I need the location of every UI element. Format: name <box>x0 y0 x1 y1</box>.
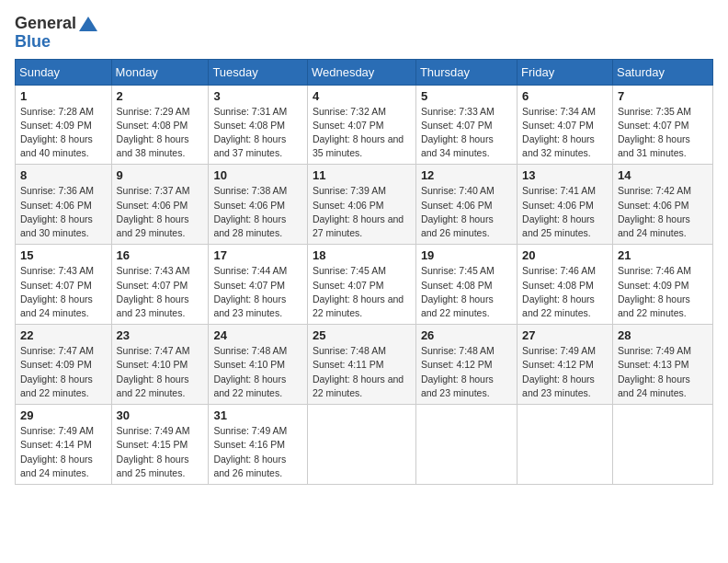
column-header-tuesday: Tuesday <box>209 59 308 85</box>
calendar-cell: 30Sunrise: 7:49 AMSunset: 4:15 PMDayligh… <box>111 405 209 485</box>
day-info: Sunrise: 7:49 AMSunset: 4:15 PMDaylight:… <box>117 424 204 480</box>
calendar-week-3: 15Sunrise: 7:43 AMSunset: 4:07 PMDayligh… <box>16 245 713 325</box>
day-number: 31 <box>213 408 302 422</box>
calendar-cell <box>415 405 517 485</box>
calendar-cell: 20Sunrise: 7:46 AMSunset: 4:08 PMDayligh… <box>518 245 613 325</box>
day-info: Sunrise: 7:42 AMSunset: 4:06 PMDaylight:… <box>618 184 708 240</box>
day-info: Sunrise: 7:31 AMSunset: 4:08 PMDaylight:… <box>213 105 302 161</box>
calendar-cell: 16Sunrise: 7:43 AMSunset: 4:07 PMDayligh… <box>111 245 209 325</box>
calendar-cell: 15Sunrise: 7:43 AMSunset: 4:07 PMDayligh… <box>16 245 112 325</box>
logo: General Blue <box>15 15 98 52</box>
day-info: Sunrise: 7:45 AMSunset: 4:07 PMDaylight:… <box>313 264 411 320</box>
day-info: Sunrise: 7:49 AMSunset: 4:16 PMDaylight:… <box>213 424 302 480</box>
calendar-cell: 27Sunrise: 7:49 AMSunset: 4:12 PMDayligh… <box>518 325 613 405</box>
day-number: 16 <box>117 248 204 262</box>
calendar-cell: 12Sunrise: 7:40 AMSunset: 4:06 PMDayligh… <box>415 165 517 245</box>
calendar-cell: 25Sunrise: 7:48 AMSunset: 4:11 PMDayligh… <box>307 325 415 405</box>
day-info: Sunrise: 7:47 AMSunset: 4:09 PMDaylight:… <box>20 344 107 400</box>
day-number: 19 <box>421 248 512 262</box>
day-info: Sunrise: 7:48 AMSunset: 4:10 PMDaylight:… <box>213 344 302 400</box>
day-info: Sunrise: 7:34 AMSunset: 4:07 PMDaylight:… <box>522 105 608 161</box>
day-info: Sunrise: 7:46 AMSunset: 4:09 PMDaylight:… <box>618 264 708 320</box>
calendar-cell: 14Sunrise: 7:42 AMSunset: 4:06 PMDayligh… <box>612 165 712 245</box>
calendar-cell: 4Sunrise: 7:32 AMSunset: 4:07 PMDaylight… <box>307 85 415 165</box>
column-header-friday: Friday <box>518 59 613 85</box>
day-info: Sunrise: 7:35 AMSunset: 4:07 PMDaylight:… <box>618 105 708 161</box>
logo-wrapper: General Blue <box>15 15 98 52</box>
day-info: Sunrise: 7:44 AMSunset: 4:07 PMDaylight:… <box>213 264 302 320</box>
calendar-cell: 3Sunrise: 7:31 AMSunset: 4:08 PMDaylight… <box>209 85 308 165</box>
logo-triangle-icon <box>78 16 98 32</box>
day-info: Sunrise: 7:43 AMSunset: 4:07 PMDaylight:… <box>117 264 204 320</box>
day-info: Sunrise: 7:32 AMSunset: 4:07 PMDaylight:… <box>313 105 411 161</box>
day-number: 13 <box>522 168 608 182</box>
day-info: Sunrise: 7:28 AMSunset: 4:09 PMDaylight:… <box>20 105 107 161</box>
calendar-cell: 8Sunrise: 7:36 AMSunset: 4:06 PMDaylight… <box>16 165 112 245</box>
logo-general: General <box>15 15 76 33</box>
day-number: 15 <box>20 248 107 262</box>
calendar-cell: 17Sunrise: 7:44 AMSunset: 4:07 PMDayligh… <box>209 245 308 325</box>
day-number: 1 <box>20 89 107 103</box>
calendar-cell: 5Sunrise: 7:33 AMSunset: 4:07 PMDaylight… <box>415 85 517 165</box>
day-number: 8 <box>20 168 107 182</box>
column-header-sunday: Sunday <box>16 59 112 85</box>
day-number: 21 <box>618 248 708 262</box>
column-header-wednesday: Wednesday <box>307 59 415 85</box>
day-info: Sunrise: 7:36 AMSunset: 4:06 PMDaylight:… <box>20 184 107 240</box>
day-info: Sunrise: 7:49 AMSunset: 4:13 PMDaylight:… <box>618 344 708 400</box>
calendar-table: SundayMondayTuesdayWednesdayThursdayFrid… <box>15 59 713 485</box>
day-number: 5 <box>421 89 512 103</box>
day-number: 29 <box>20 408 107 422</box>
column-header-saturday: Saturday <box>612 59 712 85</box>
day-info: Sunrise: 7:41 AMSunset: 4:06 PMDaylight:… <box>522 184 608 240</box>
day-number: 3 <box>213 89 302 103</box>
day-number: 9 <box>117 168 204 182</box>
logo-blue: Blue <box>15 33 98 52</box>
calendar-week-5: 29Sunrise: 7:49 AMSunset: 4:14 PMDayligh… <box>16 405 713 485</box>
calendar-cell <box>612 405 712 485</box>
calendar-cell: 6Sunrise: 7:34 AMSunset: 4:07 PMDaylight… <box>518 85 613 165</box>
day-info: Sunrise: 7:45 AMSunset: 4:08 PMDaylight:… <box>421 264 512 320</box>
day-number: 25 <box>313 328 411 342</box>
calendar-header-row: SundayMondayTuesdayWednesdayThursdayFrid… <box>16 59 713 85</box>
calendar-cell: 31Sunrise: 7:49 AMSunset: 4:16 PMDayligh… <box>209 405 308 485</box>
calendar-cell: 2Sunrise: 7:29 AMSunset: 4:08 PMDaylight… <box>111 85 209 165</box>
day-info: Sunrise: 7:49 AMSunset: 4:12 PMDaylight:… <box>522 344 608 400</box>
day-info: Sunrise: 7:39 AMSunset: 4:06 PMDaylight:… <box>313 184 411 240</box>
day-number: 14 <box>618 168 708 182</box>
calendar-cell: 22Sunrise: 7:47 AMSunset: 4:09 PMDayligh… <box>16 325 112 405</box>
day-info: Sunrise: 7:37 AMSunset: 4:06 PMDaylight:… <box>117 184 204 240</box>
calendar-cell: 9Sunrise: 7:37 AMSunset: 4:06 PMDaylight… <box>111 165 209 245</box>
calendar-cell: 10Sunrise: 7:38 AMSunset: 4:06 PMDayligh… <box>209 165 308 245</box>
day-number: 28 <box>618 328 708 342</box>
day-number: 2 <box>117 89 204 103</box>
day-info: Sunrise: 7:48 AMSunset: 4:12 PMDaylight:… <box>421 344 512 400</box>
calendar-cell: 29Sunrise: 7:49 AMSunset: 4:14 PMDayligh… <box>16 405 112 485</box>
calendar-cell: 21Sunrise: 7:46 AMSunset: 4:09 PMDayligh… <box>612 245 712 325</box>
calendar-cell <box>518 405 613 485</box>
day-info: Sunrise: 7:40 AMSunset: 4:06 PMDaylight:… <box>421 184 512 240</box>
calendar-cell: 7Sunrise: 7:35 AMSunset: 4:07 PMDaylight… <box>612 85 712 165</box>
day-number: 12 <box>421 168 512 182</box>
day-number: 17 <box>213 248 302 262</box>
day-number: 24 <box>213 328 302 342</box>
day-number: 7 <box>618 89 708 103</box>
calendar-cell: 24Sunrise: 7:48 AMSunset: 4:10 PMDayligh… <box>209 325 308 405</box>
day-info: Sunrise: 7:46 AMSunset: 4:08 PMDaylight:… <box>522 264 608 320</box>
day-number: 18 <box>313 248 411 262</box>
day-number: 27 <box>522 328 608 342</box>
day-number: 20 <box>522 248 608 262</box>
calendar-cell: 13Sunrise: 7:41 AMSunset: 4:06 PMDayligh… <box>518 165 613 245</box>
calendar-cell: 28Sunrise: 7:49 AMSunset: 4:13 PMDayligh… <box>612 325 712 405</box>
calendar-week-4: 22Sunrise: 7:47 AMSunset: 4:09 PMDayligh… <box>16 325 713 405</box>
day-info: Sunrise: 7:49 AMSunset: 4:14 PMDaylight:… <box>20 424 107 480</box>
calendar-cell: 11Sunrise: 7:39 AMSunset: 4:06 PMDayligh… <box>307 165 415 245</box>
day-number: 6 <box>522 89 608 103</box>
calendar-cell: 26Sunrise: 7:48 AMSunset: 4:12 PMDayligh… <box>415 325 517 405</box>
day-info: Sunrise: 7:43 AMSunset: 4:07 PMDaylight:… <box>20 264 107 320</box>
calendar-cell: 18Sunrise: 7:45 AMSunset: 4:07 PMDayligh… <box>307 245 415 325</box>
calendar-cell: 1Sunrise: 7:28 AMSunset: 4:09 PMDaylight… <box>16 85 112 165</box>
column-header-monday: Monday <box>111 59 209 85</box>
day-number: 30 <box>117 408 204 422</box>
header: General Blue <box>15 15 713 52</box>
